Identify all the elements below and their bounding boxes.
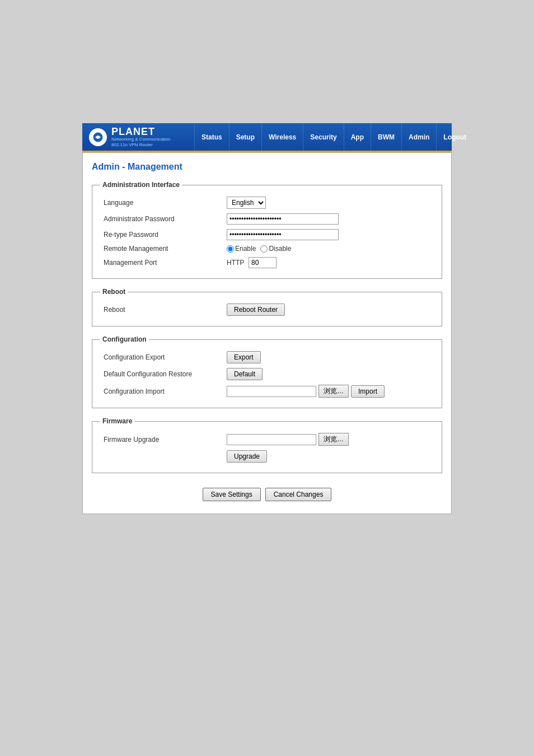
reboot-label: Reboot (100, 301, 223, 318)
language-row: Language English (100, 194, 434, 211)
router-ui: PLANET Networking & Communication 802.11… (82, 123, 452, 756)
save-settings-button[interactable]: Save Settings (203, 488, 261, 501)
export-row: Configuration Export Export (100, 349, 434, 366)
export-button[interactable]: Export (227, 351, 261, 363)
enable-radio[interactable] (227, 245, 234, 253)
configuration-section: Configuration Configuration Export Expor… (92, 335, 442, 408)
remote-mgmt-row: Remote Management Enable Disable (100, 242, 434, 255)
nav-items: Status Setup Wireless Security App BWM A… (194, 123, 473, 151)
nav-setup[interactable]: Setup (229, 123, 261, 151)
retype-password-row: Re-type Password (100, 227, 434, 242)
svg-point-1 (97, 136, 100, 138)
reboot-router-button[interactable]: Reboot Router (227, 304, 285, 316)
remote-mgmt-radio-group: Enable Disable (227, 245, 430, 253)
admin-interface-legend: Administration Interface (100, 181, 182, 189)
language-label: Language (100, 194, 223, 211)
reboot-row: Reboot Reboot Router (100, 301, 434, 318)
cancel-changes-button[interactable]: Cancel Changes (265, 488, 332, 501)
configuration-legend: Configuration (100, 335, 149, 343)
admin-password-input[interactable] (227, 213, 339, 225)
disable-radio[interactable] (260, 245, 268, 253)
mgmt-port-row: Management Port HTTP (100, 255, 434, 270)
config-import-file-row: 浏览… Import (227, 385, 430, 398)
config-browse-button[interactable]: 浏览… (318, 385, 349, 398)
reboot-table: Reboot Reboot Router (100, 301, 434, 318)
import-label: Configuration Import (100, 382, 223, 400)
brand-name: PLANET (111, 127, 188, 137)
firmware-section: Firmware Firmware Upgrade 浏览… (92, 417, 442, 473)
default-button[interactable]: Default (227, 368, 263, 380)
remote-mgmt-label: Remote Management (100, 242, 223, 255)
logo-icon (89, 128, 107, 146)
nav-bwm[interactable]: BWM (371, 123, 401, 151)
page-title: Admin - Management (92, 162, 442, 172)
mgmt-port-label: Management Port (100, 255, 223, 270)
admin-password-row: Administrator Password (100, 211, 434, 227)
nav-wireless[interactable]: Wireless (261, 123, 303, 151)
nav-security[interactable]: Security (303, 123, 343, 151)
enable-radio-label: Enable (227, 245, 256, 253)
nav-app[interactable]: App (344, 123, 371, 151)
logo-area: PLANET Networking & Communication 802.11… (82, 123, 194, 151)
configuration-table: Configuration Export Export Default Conf… (100, 349, 434, 400)
firmware-legend: Firmware (100, 417, 134, 425)
default-restore-label: Default Configuration Restore (100, 366, 223, 382)
firmware-file-row: 浏览… (227, 433, 430, 446)
http-label: HTTP (227, 259, 244, 267)
upgrade-button[interactable]: Upgrade (227, 450, 267, 463)
enable-label: Enable (235, 245, 256, 253)
firmware-file-input[interactable] (227, 434, 316, 445)
language-select[interactable]: English (227, 197, 266, 209)
disable-label: Disable (269, 245, 291, 253)
reboot-section: Reboot Reboot Reboot Router (92, 288, 442, 326)
export-label: Configuration Export (100, 349, 223, 366)
retype-password-label: Re-type Password (100, 227, 223, 242)
disable-radio-label: Disable (260, 245, 291, 253)
firmware-upgrade-row: Firmware Upgrade 浏览… (100, 431, 434, 448)
admin-password-label: Administrator Password (100, 211, 223, 227)
content-area: Admin - Management Administration Interf… (82, 152, 452, 514)
import-row: Configuration Import 浏览… Import (100, 382, 434, 400)
retype-password-input[interactable] (227, 229, 339, 240)
page-wrapper: PLANET Networking & Communication 802.11… (0, 0, 534, 756)
firmware-upgrade-label: Firmware Upgrade (100, 431, 223, 448)
logo-text: PLANET Networking & Communication 802.11… (111, 127, 188, 147)
firmware-table: Firmware Upgrade 浏览… Upgrade (100, 431, 434, 465)
config-import-input[interactable] (227, 386, 316, 397)
admin-interface-section: Administration Interface Language Englis… (92, 181, 442, 279)
port-input[interactable] (249, 257, 277, 268)
admin-interface-table: Language English Administrator Password (100, 194, 434, 270)
nav-bar: PLANET Networking & Communication 802.11… (82, 123, 452, 152)
nav-admin[interactable]: Admin (401, 123, 436, 151)
default-restore-row: Default Configuration Restore Default (100, 366, 434, 382)
reboot-legend: Reboot (100, 288, 128, 296)
nav-logout[interactable]: Logout (436, 123, 473, 151)
bottom-buttons: Save Settings Cancel Changes (92, 482, 442, 505)
upgrade-button-row: Upgrade (100, 448, 434, 465)
nav-status[interactable]: Status (194, 123, 229, 151)
import-button[interactable]: Import (351, 385, 385, 398)
brand-subtitle: Networking & Communication 802.11n VPN R… (111, 137, 188, 147)
firmware-browse-button[interactable]: 浏览… (318, 433, 349, 446)
